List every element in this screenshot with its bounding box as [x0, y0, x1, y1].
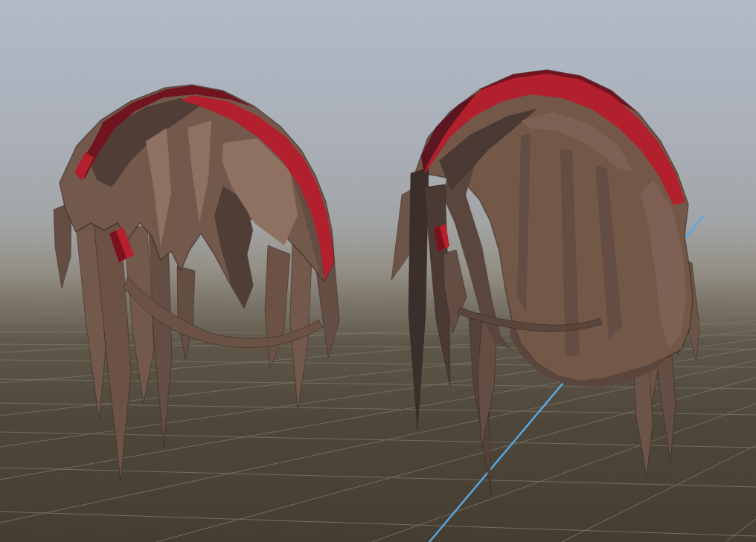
- scene-viewport[interactable]: [0, 0, 756, 542]
- viewport-canvas[interactable]: [0, 0, 756, 542]
